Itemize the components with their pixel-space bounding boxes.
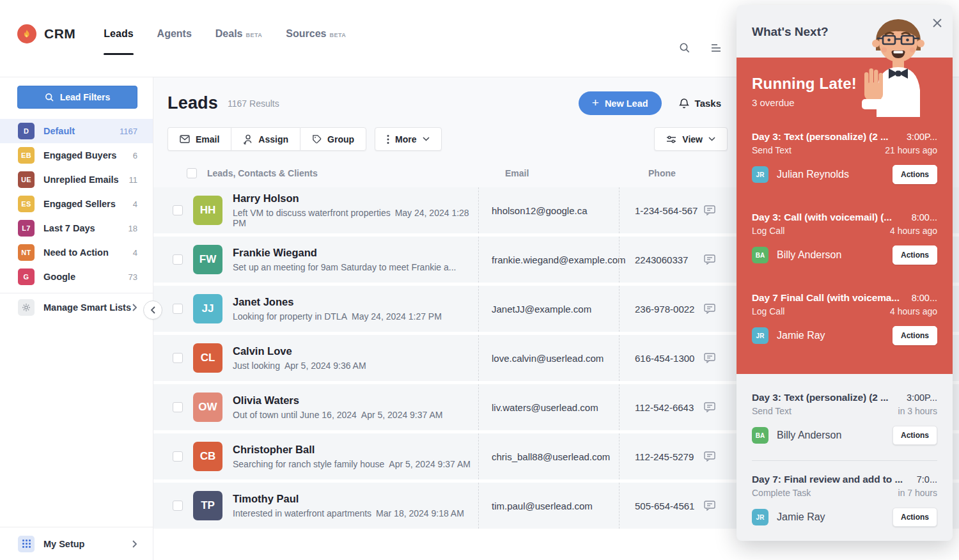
- lead-note: Left VM to discuss waterfront properties: [233, 208, 391, 218]
- my-setup[interactable]: My Setup: [0, 527, 153, 560]
- column-email: Email: [492, 168, 633, 178]
- task-action-type: Send Text: [752, 145, 791, 155]
- group-button[interactable]: Group: [300, 127, 366, 151]
- manage-smart-lists[interactable]: Manage Smart Lists: [0, 293, 153, 321]
- menu-icon[interactable]: [710, 43, 722, 53]
- nav-item-leads[interactable]: Leads: [104, 28, 133, 40]
- task-relative-time: in 3 hours: [898, 406, 937, 416]
- nav-item-sources[interactable]: SourcesBETA: [286, 28, 346, 40]
- message-bubble-icon[interactable]: [704, 205, 715, 215]
- select-all-checkbox[interactable]: [187, 168, 197, 178]
- smart-list-badge: ES: [18, 196, 35, 212]
- tasks-button[interactable]: Tasks: [679, 98, 721, 109]
- task-relative-time: in 7 hours: [898, 488, 937, 498]
- lead-note: Interested in waterfront apartments: [233, 508, 371, 518]
- sidebar-smart-list-item[interactable]: D Default 1167: [0, 119, 153, 143]
- message-bubble-icon[interactable]: [704, 304, 715, 314]
- row-checkbox[interactable]: [173, 205, 183, 215]
- message-bubble-icon[interactable]: [704, 451, 715, 462]
- my-setup-label: My Setup: [43, 539, 84, 549]
- lead-note: Set up an meeting for 9am Saturday to me…: [233, 262, 456, 272]
- overdue-section: Running Late! 3 overdue Day 3: Text (per…: [737, 58, 953, 374]
- avatar: CB: [193, 442, 222, 471]
- sidebar-smart-list-item[interactable]: EB Engaged Buyers 6: [0, 143, 153, 167]
- task-title: Day 3: Text (personalize) (2 ...: [752, 392, 889, 403]
- envelope-icon: [180, 135, 190, 143]
- smart-list-badge: L7: [18, 220, 35, 237]
- lead-name: Timothy Paul: [233, 493, 464, 505]
- message-bubble-icon[interactable]: [704, 501, 715, 511]
- chevron-down-icon: [708, 137, 715, 141]
- view-button[interactable]: View: [654, 127, 728, 151]
- crm-logo-flame-icon: [17, 24, 36, 43]
- lead-filters-button[interactable]: Lead Filters: [17, 86, 137, 109]
- smart-list-count: 6: [133, 151, 137, 160]
- task-actions-button[interactable]: Actions: [893, 508, 937, 527]
- lead-note: Out of town until June 16, 2024: [233, 410, 357, 420]
- sidebar-smart-list-item[interactable]: G Google 73: [0, 265, 153, 289]
- task-time: 7:0...: [917, 474, 937, 485]
- task-actions-button[interactable]: Actions: [893, 326, 937, 345]
- sidebar-smart-list-item[interactable]: ES Engaged Sellers 4: [0, 192, 153, 216]
- task-avatar: BA: [752, 247, 768, 263]
- bell-icon: [679, 98, 689, 109]
- new-lead-button[interactable]: +New Lead: [579, 91, 662, 115]
- lead-name: Christopher Ball: [233, 444, 471, 456]
- row-checkbox[interactable]: [173, 402, 183, 412]
- grid-icon: [18, 536, 35, 552]
- task-title: Day 7: Final review and add to ...: [752, 474, 903, 485]
- sidebar-collapse-button[interactable]: [143, 300, 162, 320]
- lead-email: JanetJJ@example.com: [478, 286, 619, 332]
- task-relative-time: 4 hours ago: [890, 306, 937, 316]
- row-checkbox[interactable]: [173, 353, 183, 363]
- close-icon[interactable]: [932, 18, 942, 28]
- lead-email: frankie.wiegand@example.com: [478, 237, 619, 283]
- row-checkbox[interactable]: [173, 451, 183, 462]
- lead-note: Looking for property in DTLA: [233, 311, 347, 322]
- task-actions-button[interactable]: Actions: [893, 245, 937, 265]
- more-button[interactable]: More: [375, 127, 441, 151]
- lead-phone: 112-542-6643: [635, 402, 694, 413]
- task-time: 8:00...: [912, 212, 937, 222]
- task-actions-button[interactable]: Actions: [893, 426, 937, 445]
- nav-item-deals[interactable]: DealsBETA: [215, 28, 263, 40]
- task-time: 8:00...: [912, 293, 937, 303]
- smart-list-badge: NT: [18, 244, 35, 261]
- chevron-right-icon: [132, 303, 137, 312]
- avatar: JJ: [193, 294, 222, 323]
- sidebar-smart-list-item[interactable]: L7 Last 7 Days 18: [0, 216, 153, 240]
- nav-item-sources-label: Sources: [286, 28, 326, 40]
- assign-person-icon: [243, 134, 253, 144]
- new-lead-label: New Lead: [605, 98, 648, 109]
- upcoming-section: Day 3: Text (personalize) (2 ... 3:00P..…: [737, 374, 953, 541]
- sidebar-smart-list-item[interactable]: UE Unreplied Emails 11: [0, 167, 153, 192]
- smart-list-count: 73: [129, 272, 137, 282]
- email-button[interactable]: Email: [168, 127, 231, 151]
- task-avatar: JR: [752, 166, 768, 183]
- sliders-icon: [666, 135, 676, 144]
- nav-item-agents[interactable]: Agents: [157, 28, 192, 40]
- plus-icon: +: [592, 97, 599, 109]
- task-person-name: Jamie Ray: [777, 330, 825, 341]
- row-checkbox[interactable]: [173, 501, 183, 511]
- smart-list-badge: D: [18, 123, 35, 139]
- task-relative-time: 21 hours ago: [885, 145, 937, 155]
- chevron-down-icon: [423, 137, 430, 141]
- message-bubble-icon[interactable]: [704, 254, 715, 265]
- message-bubble-icon[interactable]: [704, 353, 715, 363]
- task-title: Day 7 Final Call (with voicema...: [752, 292, 900, 304]
- view-button-label: View: [682, 134, 703, 144]
- task-actions-button[interactable]: Actions: [893, 165, 937, 184]
- smart-list-label: Engaged Sellers: [43, 199, 116, 209]
- brand-name: CRM: [44, 26, 75, 42]
- panel-title: What's Next?: [752, 25, 937, 39]
- assign-button[interactable]: Assign: [231, 127, 300, 151]
- sidebar: Lead Filters D Default 1167 EB Engaged B…: [0, 77, 153, 560]
- row-checkbox[interactable]: [173, 304, 183, 314]
- search-icon[interactable]: [679, 42, 690, 54]
- message-bubble-icon[interactable]: [704, 402, 715, 412]
- row-checkbox[interactable]: [173, 254, 183, 265]
- sidebar-smart-list-item[interactable]: NT Need to Action 4: [0, 240, 153, 265]
- lead-phone: 505-654-4561: [635, 501, 694, 511]
- task-time: 3:00P...: [907, 132, 937, 142]
